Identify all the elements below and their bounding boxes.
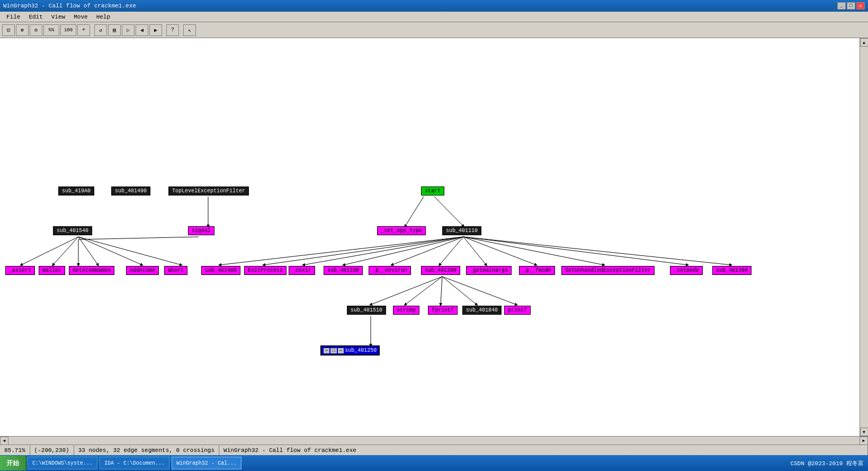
tool-next[interactable]: ▶ [149,24,162,36]
svg-line-6 [53,237,78,265]
taskbar-right: CSDN @2023-2019 程冬富 [786,459,868,467]
svg-line-25 [442,277,516,305]
node-sub401510[interactable]: sub_401510 [347,306,386,315]
statusbar: 85.71% (-200,230) 33 nodes, 32 edge segm… [0,445,868,455]
tool-zoom-fit[interactable]: ⊡ [2,24,15,36]
node-p-fmode[interactable]: _p__fmode [519,266,555,275]
node-sub401330[interactable]: sub_401330 [324,266,363,275]
scroll-right-button[interactable]: ▶ [860,437,868,445]
node-sub401480[interactable]: sub_401480 [201,266,240,275]
taskbar-item-2[interactable]: WinGraph32 - Cal... [172,457,241,469]
tool-refresh[interactable]: ↺ [94,24,107,36]
graph-edges [0,38,860,436]
node-setmode[interactable]: _setmode [670,266,703,275]
svg-line-5 [21,237,78,265]
tool-add[interactable]: + [77,24,90,36]
menu-file[interactable]: File [2,13,24,21]
svg-line-23 [441,277,442,305]
node-sub401490[interactable]: sub_401490 [111,186,150,195]
node-sub401360[interactable]: sub_401360 [712,266,751,275]
scrollbar-vertical[interactable]: ▲ ▼ [860,38,868,436]
svg-line-13 [344,237,463,265]
svg-line-19 [463,237,687,265]
node-printf[interactable]: printf [504,306,531,315]
status-info: 33 nodes, 32 edge segments, 0 crossings [74,445,219,455]
close-button[interactable]: ✕ [856,2,865,10]
tool-cursor[interactable]: ↖ [183,24,196,36]
node-start[interactable]: start [421,186,444,195]
svg-line-8 [78,237,142,265]
node-getmainargs[interactable]: _getmainargs [466,266,512,275]
menu-help[interactable]: Help [92,13,114,21]
taskbar-item-1[interactable]: IDA - C:\Documen... [100,457,169,469]
node-toplevel[interactable]: TopLevelExceptionFilter [168,186,249,195]
node-sub419A0[interactable]: sub_419A0 [58,186,94,195]
toolbar: ⊡ ⊕ ⊖ %% 100 + ↺ ▤ ▷ ◀ ▶ ? ↖ [0,22,868,38]
node-p-environ[interactable]: _p__environ [369,266,411,275]
node-getatomname[interactable]: GetAtomNameA [69,266,114,275]
taskbar: 开始 C:\WINDOWS\syste... IDA - C:\Documen.… [0,455,868,471]
svg-line-4 [434,197,463,226]
svg-line-15 [440,237,463,265]
svg-line-3 [405,197,424,226]
node-malloc[interactable]: malloc [39,266,65,275]
node-setunhandled[interactable]: SetUnhandledExceptionFilter [561,266,655,275]
svg-line-14 [392,237,463,265]
svg-line-18 [463,237,604,265]
menu-edit[interactable]: Edit [24,13,47,21]
tool-export[interactable]: ▷ [122,24,135,36]
node-fprintf[interactable]: fprintf [428,306,458,315]
node-exitprocess[interactable]: ExitProcess [244,266,287,275]
scrollbar-horizontal[interactable]: ◀ ▶ [0,436,868,445]
node-sub401540[interactable]: sub_401540 [53,226,92,235]
svg-line-24 [442,277,477,305]
node-assert[interactable]: _assert [5,266,35,275]
svg-line-1 [78,237,199,239]
svg-line-21 [371,277,442,305]
svg-line-10 [220,237,463,265]
svg-line-17 [463,237,536,265]
status-filename: WinGraph32 - Call flow of crackme1.exe [219,445,868,455]
svg-line-12 [303,237,463,265]
menu-move[interactable]: Move [69,13,92,21]
menu-view[interactable]: View [47,13,69,21]
scroll-down-button[interactable]: ▼ [860,428,869,436]
main-inner: sub_419A0 sub_401490 TopLevelExceptionFi… [0,38,868,436]
main-area: sub_419A0 sub_401490 TopLevelExceptionFi… [0,38,868,445]
node-abort[interactable]: abort [164,266,187,275]
svg-line-16 [463,237,486,265]
maximize-button[interactable]: □ [847,2,855,10]
node-sub401840[interactable]: sub_401840 [462,306,502,315]
tool-layout[interactable]: ▤ [108,24,121,36]
node-sub401110[interactable]: sub_401110 [442,226,481,235]
scroll-up-button[interactable]: ▲ [860,38,869,47]
window-controls: _ □ ✕ [837,2,865,10]
tool-zoom-100[interactable]: 100 [60,24,76,36]
svg-line-7 [78,237,98,265]
graph-canvas[interactable]: sub_419A0 sub_401490 TopLevelExceptionFi… [0,38,860,436]
tool-help[interactable]: ? [166,24,179,36]
tool-zoom-out[interactable]: ⊖ [30,24,42,36]
node-set-app-type[interactable]: _set_app_type [377,226,426,235]
node-cexit[interactable]: _cexit [289,266,315,275]
node-strcmp[interactable]: strcmp [393,306,419,315]
svg-line-20 [463,237,731,265]
tool-prev[interactable]: ◀ [136,24,148,36]
tool-zoom-in[interactable]: ⊕ [16,24,29,36]
tool-zoom-pct[interactable]: %% [43,24,59,36]
status-position: (-200,230) [30,445,74,455]
scroll-left-button[interactable]: ◀ [0,437,8,445]
status-zoom: 85.71% [0,445,30,455]
node-label: sub_401250 [345,348,377,353]
svg-line-11 [264,237,463,265]
minimize-button[interactable]: _ [837,2,846,10]
node-addatom[interactable]: AddAtomA [126,266,159,275]
svg-line-22 [405,277,442,305]
node-signal[interactable]: signal [188,226,214,235]
menubar: File Edit View Move Help [0,12,868,22]
node-sub401250[interactable]: — □ — sub_401250 [320,345,380,356]
node-sub401280[interactable]: sub_401280 [421,266,460,275]
taskbar-item-0[interactable]: C:\WINDOWS\syste... [28,457,97,469]
window-title: WinGraph32 - Call flow of crackme1.exe [3,3,136,9]
start-button[interactable]: 开始 [0,456,26,470]
